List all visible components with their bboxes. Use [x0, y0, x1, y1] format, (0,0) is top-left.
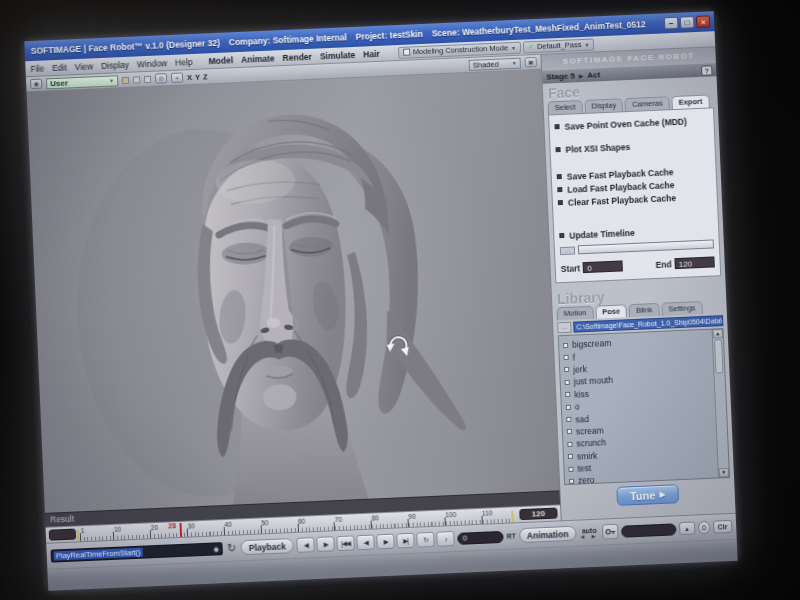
- pose-listbox[interactable]: bigscream f jerk just mouth kiss: [558, 328, 730, 485]
- up-arrow-button[interactable]: ▲: [678, 522, 695, 536]
- menu-item[interactable]: Model: [208, 55, 233, 66]
- ruler-tick: 60: [297, 524, 298, 532]
- translate-icon[interactable]: +: [171, 72, 183, 83]
- viewport-3d-canvas[interactable]: [27, 70, 560, 513]
- keyframe-button[interactable]: [602, 524, 619, 540]
- library-tab[interactable]: Settings: [661, 301, 703, 316]
- playhead[interactable]: 28: [179, 523, 182, 537]
- stage-mode-label: Act: [587, 70, 600, 80]
- display-mode-label: Shaded: [473, 59, 499, 69]
- pose-bullet-icon: [567, 442, 572, 447]
- camera-view-dropdown[interactable]: User: [46, 75, 118, 89]
- autokey-widget[interactable]: auto ◀ ▶: [579, 526, 599, 539]
- menu-item[interactable]: Window: [137, 58, 168, 69]
- pose-label: test: [577, 463, 591, 474]
- menu-item[interactable]: Simulate: [320, 49, 356, 61]
- loop-toggle-button[interactable]: ↻: [416, 532, 435, 548]
- menu-item[interactable]: Help: [175, 56, 193, 67]
- realtime-toggle[interactable]: RT: [506, 532, 516, 539]
- pose-bullet-icon: [565, 392, 570, 397]
- script-command-text: PlayRealTimeFromStart(): [54, 548, 143, 561]
- scroll-up-icon[interactable]: ▲: [713, 329, 723, 338]
- help-button[interactable]: ?: [701, 65, 712, 75]
- library-tab[interactable]: Blink: [629, 303, 660, 317]
- menu-item[interactable]: Edit: [52, 62, 67, 73]
- toolbar-swatch-icon[interactable]: [133, 76, 140, 83]
- export-action-button[interactable]: Update Timeline: [559, 223, 713, 241]
- pose-label: just mouth: [573, 375, 613, 387]
- export-action-button[interactable]: Save Point Oven Cache (MDD): [554, 115, 708, 133]
- close-button[interactable]: ×: [696, 15, 711, 28]
- axis-lock-button[interactable]: X: [187, 73, 192, 82]
- end-frame-box[interactable]: 120: [519, 508, 557, 521]
- browse-button[interactable]: …: [557, 322, 571, 334]
- maximize-button[interactable]: □: [680, 16, 695, 29]
- refresh-icon[interactable]: ↻: [225, 541, 238, 555]
- pose-label: scrunch: [576, 438, 606, 449]
- ruler-tick: 50: [260, 525, 261, 533]
- menu-item[interactable]: Hair: [363, 48, 380, 59]
- prev-frame-button[interactable]: ◀: [296, 537, 315, 553]
- play-forward-button[interactable]: ▶: [376, 534, 395, 550]
- bullet-icon: [557, 174, 562, 179]
- start-label: Start: [561, 263, 581, 274]
- ruler-tick: 30: [187, 529, 188, 537]
- zero-button[interactable]: 0: [698, 521, 710, 535]
- render-pass-dropdown[interactable]: ✓ Default_Pass: [523, 38, 595, 53]
- audio-mute-button[interactable]: ♪: [436, 531, 455, 547]
- playback-menu-button[interactable]: Playback: [241, 538, 294, 555]
- axis-lock-button[interactable]: Z: [203, 72, 208, 81]
- library-tab[interactable]: Pose: [595, 304, 627, 318]
- scroll-down-icon[interactable]: ▼: [719, 468, 729, 477]
- window-controls: − □ ×: [664, 15, 710, 29]
- face-tab[interactable]: Select: [547, 100, 582, 115]
- axis-lock-button[interactable]: Y: [195, 72, 200, 81]
- animation-menu-button[interactable]: Animation: [519, 526, 577, 543]
- viewport-camera-icon[interactable]: ◉: [30, 79, 42, 90]
- bullet-icon: [554, 124, 559, 129]
- animation-label: Animation: [527, 529, 569, 541]
- frame-display-box: [49, 529, 76, 541]
- list-scrollbar[interactable]: ▲ ▼: [712, 329, 729, 477]
- face-tab[interactable]: Display: [584, 98, 623, 113]
- clear-button[interactable]: Clr: [713, 520, 733, 534]
- tune-button[interactable]: Tune ▶: [616, 484, 679, 506]
- checkbox-icon[interactable]: [403, 49, 410, 56]
- viewport-column: ◉ User ◎ + XYZ Shaded ▣: [26, 55, 562, 543]
- application-window: SOFTIMAGE | Face Robot™ v.1.0 (Designer …: [24, 11, 737, 591]
- end-frame-field[interactable]: 120: [674, 256, 714, 269]
- script-knob-icon[interactable]: ◉: [213, 545, 219, 553]
- range-marker[interactable]: [511, 510, 514, 522]
- go-to-end-button[interactable]: ▶|: [396, 533, 415, 549]
- go-to-start-button[interactable]: |◀◀: [336, 535, 355, 551]
- menu-item[interactable]: Render: [282, 51, 312, 62]
- menu-item[interactable]: View: [75, 61, 94, 72]
- minimize-button[interactable]: −: [664, 17, 679, 30]
- menu-item[interactable]: File: [30, 63, 44, 74]
- current-frame-field[interactable]: 0: [457, 530, 503, 544]
- toolbar-swatch-icon[interactable]: [122, 76, 129, 83]
- start-frame-field[interactable]: 0: [583, 260, 623, 273]
- library-tab[interactable]: Motion: [556, 306, 593, 321]
- pose-bullet-icon: [568, 466, 573, 471]
- progress-options-button[interactable]: …: [560, 246, 575, 255]
- cache-progress-row: …: [560, 239, 714, 255]
- script-command-field[interactable]: PlayRealTimeFromStart() ◉: [51, 542, 223, 562]
- menu-item[interactable]: Display: [101, 59, 129, 70]
- next-frame-button[interactable]: ▶: [316, 536, 335, 552]
- display-mode-dropdown[interactable]: Shaded: [469, 57, 521, 70]
- pose-label: f: [572, 352, 575, 362]
- menu-item[interactable]: Animate: [241, 53, 275, 64]
- play-reverse-button[interactable]: ◀: [356, 535, 375, 551]
- range-marker[interactable]: [77, 529, 80, 541]
- face-tab[interactable]: Export: [671, 94, 709, 109]
- toolbar-swatch-icon[interactable]: [144, 75, 151, 82]
- export-action-button[interactable]: Plot XSI Shapes: [555, 138, 709, 156]
- face-tab[interactable]: Cameras: [625, 96, 670, 111]
- check-icon: ✓: [528, 43, 534, 51]
- frame-range-row: Start 0 End 120: [561, 256, 715, 274]
- scroll-thumb[interactable]: [714, 339, 723, 373]
- viewport-resize-icon[interactable]: ▣: [525, 57, 537, 68]
- center-pivot-icon[interactable]: ◎: [155, 73, 167, 84]
- result-label: Result: [50, 514, 75, 525]
